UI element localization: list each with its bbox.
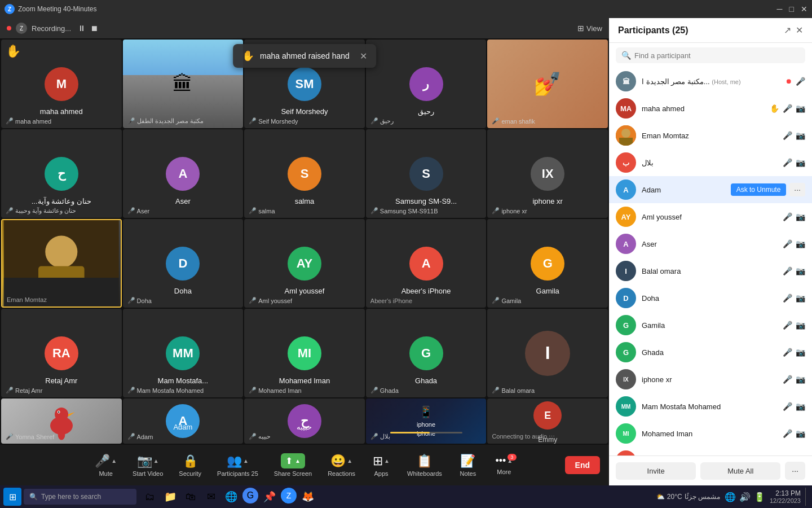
video-cell-eman-shafik[interactable]: 💅 🎤 eman shafik — [487, 40, 608, 128]
video-cell-balal[interactable]: I 🎤 Balal omara — [487, 309, 608, 397]
video-cell-bilal[interactable]: 📱 iphone iphone 🎤 بلال — [366, 398, 487, 444]
network-icon[interactable]: 🌐 — [725, 492, 736, 502]
reactions-button[interactable]: 😀 ▲ Reactions — [321, 450, 362, 480]
participant-item-bilal-p[interactable]: ب بلال 🎤 📷 — [609, 149, 812, 176]
participant-item-mam-p[interactable]: MM Mam Mostafa Mohamed 🎤 📷 — [609, 393, 812, 420]
video-cell-maha[interactable]: ✋ M maha ahmed 🎤 maha ahmed — [1, 40, 122, 128]
video-cell-yomna[interactable]: 🎤 Yomna Sheref — [1, 398, 122, 444]
panel-external-link-icon[interactable]: ↗ — [784, 25, 791, 36]
participant-item-doha-p[interactable]: D Doha 🎤 📷 — [609, 284, 812, 312]
taskbar-app-task-view[interactable]: 🗂 — [141, 488, 159, 506]
video-cell-rahiq[interactable]: ر رحيق 🎤 رحيق — [366, 40, 487, 128]
host-controls[interactable]: ⏺ 🎤 — [785, 77, 805, 86]
apps-button[interactable]: ⊞ ▲ Apps — [364, 450, 398, 480]
more-button[interactable]: 3 ••• ▲ More — [487, 452, 521, 479]
video-cell-salma[interactable]: S salma 🎤 salma — [244, 129, 365, 218]
video-cell-emmy[interactable]: E Emmy Connecting to audio ⋯ — [487, 398, 608, 444]
participant-item-host[interactable]: 🏛 مكتبة مصر الجديدة ا... (Host, me) ⏺ 🎤 — [609, 68, 812, 95]
participant-item-ghada-p[interactable]: G Ghada 🎤 📷 — [609, 339, 812, 366]
video-cell-hanan[interactable]: ح ...حنان وعائشة وآية 🎤 حنان وعائشة وآية… — [1, 129, 122, 218]
video-cell-samsung[interactable]: S Samsung SM-S9... 🎤 Samsung SM-S911B — [366, 129, 487, 218]
security-button[interactable]: 🔒 Security — [172, 450, 208, 480]
aser-controls[interactable]: 🎤 📷 — [783, 239, 805, 248]
invite-button[interactable]: Invite — [616, 462, 696, 480]
video-cell-iphonexr[interactable]: IX iphone xr 🎤 iphone xr — [487, 129, 608, 218]
video-cell-gamila[interactable]: G Gamila 🎤 Gamila — [487, 219, 608, 308]
taskbar-app-edge[interactable]: 🌐 — [222, 488, 240, 506]
gamila-controls[interactable]: 🎤 📷 — [783, 321, 805, 330]
video-cell-library[interactable]: 🏛 🎤 مكتبة مصر الجديدة الطفل — [123, 40, 244, 128]
participant-item-gamila-p[interactable]: G Gamila 🎤 📷 — [609, 312, 812, 339]
maximize-button[interactable]: □ — [789, 5, 794, 14]
iphonexr-controls[interactable]: 🎤 📷 — [783, 375, 805, 384]
notes-button[interactable]: 📝 Notes — [451, 450, 485, 480]
participant-item-adam-p[interactable]: A Adam Ask to Unmute ··· — [609, 176, 812, 203]
maha-controls[interactable]: ✋ 🎤 📷 — [770, 104, 805, 113]
participant-item-aml-p[interactable]: AY Aml youssef 🎤 📷 — [609, 203, 812, 230]
video-cell-mam[interactable]: MM Mam Mostafa... 🎤 Mam Mostafa Mohamed — [123, 309, 244, 397]
battery-icon[interactable]: 🔋 — [754, 492, 765, 502]
footer-more-button[interactable]: ··· — [785, 462, 805, 480]
volume-icon[interactable]: 🔊 — [739, 492, 751, 502]
video-cell-ghada[interactable]: G Ghada 🎤 Ghada — [366, 309, 487, 397]
taskbar-app-store[interactable]: 🛍 — [182, 488, 200, 506]
participant-item-iphonexr-p[interactable]: IX iphone xr 🎤 📷 — [609, 366, 812, 393]
mute-button[interactable]: 🎤 ▲ Mute — [88, 450, 123, 480]
doha-controls[interactable]: 🎤 📷 — [783, 294, 805, 303]
aml-controls[interactable]: 🎤 📷 — [783, 212, 805, 221]
adam-controls[interactable]: Ask to Unmute ··· — [731, 183, 805, 196]
video-cell-adam[interactable]: A Adam 🎤 Adam — [123, 398, 244, 444]
panel-close-icon[interactable]: ✕ — [796, 25, 803, 36]
show-desktop-button[interactable] — [805, 488, 809, 506]
video-cell-mohamed[interactable]: MI Mohamed Iman 🎤 Mohamed Iman — [244, 309, 365, 397]
video-cell-doha[interactable]: D Doha 🎤 Doha — [123, 219, 244, 308]
video-button[interactable]: 📷 ▲ Start Video — [126, 450, 170, 480]
taskbar-app-chrome[interactable]: G — [242, 488, 258, 503]
whiteboards-button[interactable]: 📋 Whiteboards — [400, 450, 449, 480]
taskbar-app-pinterest[interactable]: 📌 — [261, 488, 279, 506]
building-image: 🏛 — [123, 40, 244, 128]
participant-item-balal-p[interactable]: I Balal omara 🎤 📷 — [609, 257, 812, 284]
video-cell-aser[interactable]: A Aser 🎤 Aser — [123, 129, 244, 218]
view-button[interactable]: ⊞ View — [577, 24, 602, 33]
adam-more-button[interactable]: ··· — [789, 183, 805, 196]
taskbar-app-explorer[interactable]: 📁 — [161, 488, 179, 506]
search-input[interactable] — [634, 51, 800, 60]
participant-item-maha[interactable]: MA maha ahmed ✋ 🎤 📷 — [609, 95, 812, 122]
participant-item-eman[interactable]: Eman Momtaz 🎤 📷 — [609, 122, 812, 149]
start-button[interactable]: ⊞ — [3, 488, 21, 506]
participants-button[interactable]: 👥 ▲ Participants 25 — [210, 450, 265, 480]
end-button[interactable]: End — [565, 456, 600, 474]
participant-item-aser-p[interactable]: A Aser 🎤 📷 — [609, 230, 812, 257]
mam-controls[interactable]: 🎤 📷 — [783, 402, 805, 411]
share-screen-button[interactable]: ⬆ ▲ Share Screen — [267, 450, 319, 480]
pause-recording-button[interactable]: ⏸ — [78, 24, 86, 33]
panel-controls[interactable]: ↗ ✕ — [784, 25, 803, 36]
participant-item-retaj-p[interactable]: RA Retaj Amr 🎤 📷 — [609, 447, 812, 456]
video-cell-aml[interactable]: AY Aml youssef 🎤 Aml youssef — [244, 219, 365, 308]
ask-to-unmute-button[interactable]: Ask to Unmute — [731, 183, 787, 196]
window-controls[interactable]: ─ □ ✕ — [777, 5, 807, 14]
taskbar-app-other[interactable]: 🦊 — [299, 488, 317, 506]
bilal-controls[interactable]: 🎤 📷 — [783, 158, 805, 167]
sys-icons[interactable]: 🌐 🔊 🔋 — [725, 492, 765, 502]
minimize-button[interactable]: ─ — [777, 5, 783, 14]
video-cell-abeer[interactable]: A Abeer's iPhone Abeer's iPhone — [366, 219, 487, 308]
search-box[interactable]: 🔍 — [616, 47, 805, 63]
mute-all-button[interactable]: Mute All — [700, 462, 780, 480]
video-cell-retaj[interactable]: RA Retaj Amr 🎤 Retaj Amr — [1, 309, 122, 397]
balal-controls[interactable]: 🎤 📷 — [783, 266, 805, 275]
close-button[interactable]: ✕ — [801, 5, 807, 14]
video-cell-habiba[interactable]: ح حبيبه 🎤 حبيبه — [244, 398, 365, 444]
taskbar-search[interactable]: 🔍 Type here to search — [24, 489, 136, 505]
taskbar-app-zoom[interactable]: Z — [281, 488, 297, 503]
video-cell-eman-momtaz[interactable]: Eman Momtaz — [1, 219, 122, 308]
taskbar-app-mail[interactable]: ✉ — [202, 488, 220, 506]
eman-controls[interactable]: 🎤 📷 — [783, 131, 805, 140]
notification-close-button[interactable]: ✕ — [360, 51, 367, 62]
mohamediman-controls[interactable]: 🎤 📷 — [783, 429, 805, 438]
stop-recording-button[interactable]: ⏹ — [90, 24, 98, 33]
recording-controls[interactable]: ⏸ ⏹ — [78, 24, 98, 33]
ghada-controls[interactable]: 🎤 📷 — [783, 348, 805, 357]
participant-item-mohamediman-p[interactable]: MI Mohamed Iman 🎤 📷 — [609, 420, 812, 447]
